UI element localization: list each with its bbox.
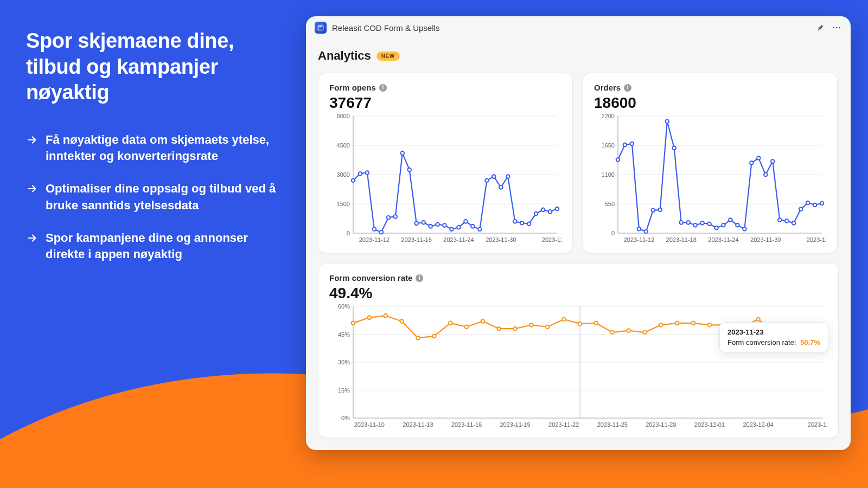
svg-point-48 bbox=[541, 208, 545, 212]
svg-point-39 bbox=[478, 228, 482, 232]
svg-point-43 bbox=[506, 175, 510, 178]
svg-text:2023-11-30: 2023-11-30 bbox=[486, 236, 516, 243]
svg-text:2023-11-10: 2023-11-10 bbox=[354, 421, 385, 428]
metric-label: Form opens bbox=[329, 83, 376, 92]
svg-point-2 bbox=[836, 27, 838, 29]
svg-point-45 bbox=[520, 221, 524, 225]
info-icon[interactable]: i bbox=[379, 84, 387, 92]
svg-point-136 bbox=[595, 322, 598, 325]
svg-point-72 bbox=[644, 230, 648, 234]
svg-text:2023-11-22: 2023-11-22 bbox=[548, 421, 579, 428]
promo-bullet: Spor kampanjene dine og annonser direkte… bbox=[26, 230, 281, 263]
svg-point-125 bbox=[416, 336, 420, 340]
svg-point-30 bbox=[414, 222, 418, 226]
svg-text:0%: 0% bbox=[341, 415, 350, 421]
svg-point-85 bbox=[736, 223, 739, 227]
tooltip-series-label: Form conversion rate: bbox=[727, 338, 796, 346]
info-icon[interactable]: i bbox=[416, 274, 423, 282]
svg-point-33 bbox=[436, 223, 439, 227]
svg-point-132 bbox=[529, 323, 533, 327]
svg-point-81 bbox=[707, 222, 711, 226]
more-button[interactable] bbox=[831, 22, 842, 33]
svg-point-130 bbox=[497, 327, 501, 331]
svg-point-137 bbox=[610, 331, 614, 335]
info-icon[interactable]: i bbox=[624, 84, 631, 92]
pin-icon bbox=[816, 23, 825, 32]
svg-text:2023-12-08: 2023-12-08 bbox=[807, 236, 826, 243]
svg-point-129 bbox=[481, 319, 485, 323]
svg-point-71 bbox=[637, 227, 641, 231]
svg-point-95 bbox=[806, 201, 810, 205]
app-body: Analytics NEW Form opens i 37677 0150030… bbox=[306, 39, 851, 450]
chart-form-opens[interactable]: 015003000450060002023-11-122023-11-18202… bbox=[329, 112, 561, 247]
svg-point-32 bbox=[429, 224, 432, 228]
svg-point-77 bbox=[679, 221, 683, 224]
svg-text:60%: 60% bbox=[338, 303, 350, 310]
arrow-right-icon bbox=[26, 134, 38, 146]
chart-tooltip: 2023-11-23 Form conversion rate: 50.7% bbox=[719, 322, 828, 352]
tooltip-date: 2023-11-23 bbox=[727, 328, 820, 336]
app-window: Releasit COD Form & Upsells Analytics NE… bbox=[306, 16, 851, 450]
svg-point-46 bbox=[527, 222, 531, 226]
svg-point-50 bbox=[556, 207, 559, 211]
app-header: Releasit COD Form & Upsells bbox=[306, 16, 851, 39]
svg-point-40 bbox=[485, 179, 489, 183]
svg-point-23 bbox=[366, 171, 369, 175]
pin-button[interactable] bbox=[815, 22, 826, 33]
svg-text:2023-11-24: 2023-11-24 bbox=[443, 236, 474, 243]
arrow-right-icon bbox=[26, 183, 38, 195]
svg-point-25 bbox=[380, 230, 384, 234]
svg-text:2023-11-30: 2023-11-30 bbox=[750, 236, 781, 243]
promo-bullets: Få nøyaktige data om skjemaets ytelse, i… bbox=[26, 132, 281, 263]
chart-orders[interactable]: 05501100165022002023-11-122023-11-182023… bbox=[594, 112, 826, 247]
svg-text:4500: 4500 bbox=[337, 142, 350, 149]
svg-point-141 bbox=[675, 322, 679, 325]
svg-text:550: 550 bbox=[605, 201, 615, 207]
svg-point-69 bbox=[623, 143, 627, 147]
svg-point-124 bbox=[400, 319, 404, 323]
svg-point-70 bbox=[630, 142, 634, 146]
svg-point-34 bbox=[443, 223, 446, 227]
svg-text:2023-11-25: 2023-11-25 bbox=[597, 421, 628, 428]
svg-text:2023-11-18: 2023-11-18 bbox=[401, 236, 432, 243]
app-title: Releasit COD Form & Upsells bbox=[332, 23, 439, 33]
svg-text:2023-11-18: 2023-11-18 bbox=[666, 236, 697, 243]
svg-point-133 bbox=[546, 325, 550, 329]
svg-point-142 bbox=[692, 322, 695, 325]
svg-text:0: 0 bbox=[611, 230, 615, 236]
svg-point-27 bbox=[393, 215, 397, 219]
metric-label: Form conversion rate bbox=[329, 273, 412, 282]
svg-point-139 bbox=[643, 331, 647, 335]
chart-conversion[interactable]: 0%15%30%45%60%2023-11-102023-11-132023-1… bbox=[329, 302, 827, 432]
svg-point-37 bbox=[464, 220, 468, 223]
svg-text:2023-12-04: 2023-12-04 bbox=[743, 421, 773, 428]
svg-point-127 bbox=[449, 322, 452, 325]
svg-point-93 bbox=[792, 221, 796, 225]
metric-value: 49.4% bbox=[329, 285, 827, 302]
svg-point-90 bbox=[771, 159, 775, 163]
promo-bullet: Optimaliser dine oppsalg og tilbud ved å… bbox=[26, 181, 281, 214]
svg-point-140 bbox=[659, 323, 663, 327]
svg-text:2023-11-12: 2023-11-12 bbox=[624, 236, 654, 243]
svg-text:2023-11-19: 2023-11-19 bbox=[500, 421, 530, 428]
svg-text:15%: 15% bbox=[338, 387, 350, 394]
svg-point-89 bbox=[764, 173, 768, 177]
svg-text:1100: 1100 bbox=[602, 171, 615, 178]
svg-point-36 bbox=[457, 226, 461, 229]
svg-point-3 bbox=[839, 27, 840, 29]
svg-point-1 bbox=[833, 27, 834, 29]
svg-point-28 bbox=[400, 151, 404, 155]
svg-point-96 bbox=[813, 203, 817, 207]
svg-point-49 bbox=[548, 210, 552, 214]
promo-bullet-text: Få nøyaktige data om skjemaets ytelse, i… bbox=[46, 132, 281, 165]
svg-point-138 bbox=[627, 329, 630, 332]
svg-text:2023-12-01: 2023-12-01 bbox=[694, 421, 725, 428]
metric-value: 37677 bbox=[329, 94, 561, 112]
metric-value: 18600 bbox=[594, 94, 826, 112]
svg-text:2023-11-12: 2023-11-12 bbox=[359, 236, 390, 243]
card-conversion: Form conversion rate i 49.4% 0%15%30%45%… bbox=[318, 263, 839, 438]
svg-text:2023-11-24: 2023-11-24 bbox=[708, 236, 738, 243]
svg-point-92 bbox=[785, 219, 789, 223]
app-logo-icon bbox=[315, 22, 327, 34]
svg-point-80 bbox=[700, 221, 704, 225]
